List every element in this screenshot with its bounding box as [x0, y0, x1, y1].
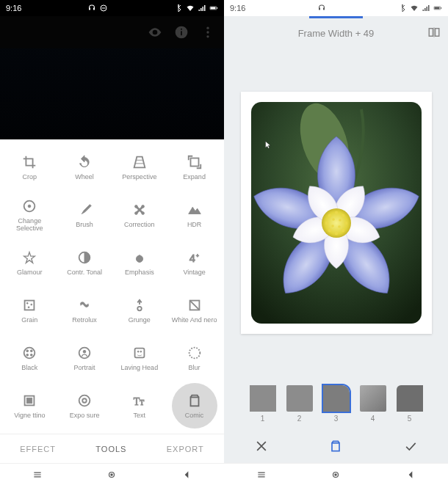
thumb-5[interactable]: 5 — [397, 385, 423, 423]
svg-point-39 — [82, 399, 87, 404]
photo[interactable] — [251, 102, 422, 324]
exposure-icon — [76, 393, 93, 409]
frame-icon[interactable] — [328, 439, 343, 453]
svg-point-15 — [134, 211, 137, 214]
tools-grid: Crop Wheel Perspective Expand Change Sel… — [0, 139, 224, 434]
nav-home-icon[interactable] — [330, 470, 341, 480]
headphone-icon — [87, 4, 96, 12]
svg-point-38 — [79, 395, 90, 406]
svg-point-25 — [24, 348, 35, 359]
tool-vintage[interactable]: 4+ Vintage — [167, 239, 221, 285]
svg-point-12 — [29, 205, 32, 208]
status-icons-right — [174, 4, 218, 12]
tool-bw[interactable]: White And nero — [167, 288, 221, 334]
thumb-3[interactable]: 3 — [323, 385, 350, 423]
svg-point-14 — [142, 205, 145, 208]
svg-point-53 — [341, 214, 344, 217]
head-icon — [131, 345, 148, 361]
nav-back-icon[interactable] — [181, 470, 192, 480]
tab-export[interactable]: EXPORT — [167, 445, 204, 453]
tool-black[interactable]: Black — [3, 335, 57, 382]
check-icon[interactable] — [403, 439, 418, 453]
tool-comic[interactable]: Comic — [172, 383, 217, 429]
nav-home-icon[interactable] — [106, 470, 117, 480]
tool-glamour[interactable]: Glamour — [3, 239, 57, 285]
svg-point-59 — [328, 214, 330, 217]
svg-point-22 — [31, 304, 32, 305]
tonal-icon — [76, 249, 93, 266]
tool-selective[interactable]: Change Selective — [3, 192, 57, 238]
svg-rect-32 — [134, 349, 144, 358]
status-icons — [87, 4, 108, 12]
svg-point-31 — [83, 351, 86, 354]
info-icon[interactable] — [174, 25, 189, 40]
tool-crop[interactable]: Crop — [3, 144, 57, 190]
thumb-4[interactable]: 4 — [360, 385, 386, 423]
top-toolbar — [0, 16, 224, 48]
svg-point-63 — [332, 218, 335, 221]
compare-icon — [427, 26, 441, 39]
black-icon — [21, 345, 37, 361]
tool-vignette[interactable]: Vigne ttino — [3, 383, 57, 429]
brush-icon — [76, 202, 93, 218]
tool-grain[interactable]: Grain — [3, 288, 57, 334]
thumb-2[interactable]: 2 — [286, 385, 313, 423]
nav-back-icon[interactable] — [405, 470, 416, 480]
tool-retrolux[interactable]: Retrolux — [58, 288, 112, 334]
tools-panel: Crop Wheel Perspective Expand Change Sel… — [0, 139, 224, 463]
svg-text:+: + — [195, 252, 198, 259]
svg-rect-64 — [332, 443, 339, 451]
svg-rect-20 — [25, 301, 35, 310]
tool-emphasis[interactable]: Emphasis — [113, 239, 167, 285]
tool-perspective[interactable]: Perspective — [113, 144, 167, 190]
frame-title-bar: Frame Width + 49 — [224, 18, 448, 48]
svg-point-54 — [344, 222, 347, 225]
svg-point-43 — [111, 473, 114, 476]
svg-point-7 — [206, 27, 209, 29]
perspective-icon — [131, 154, 148, 170]
tool-head[interactable]: Laving Head — [113, 335, 167, 382]
tool-hdr[interactable]: HDR — [167, 192, 221, 238]
svg-point-29 — [31, 354, 33, 357]
tab-effect[interactable]: EFFECT — [20, 445, 56, 453]
tool-expand[interactable]: Expand — [167, 144, 221, 190]
svg-point-21 — [27, 302, 29, 304]
wifi-icon — [410, 4, 419, 12]
tool-exposure[interactable]: Expo sure — [58, 383, 112, 429]
tool-blur[interactable]: Blur — [167, 335, 221, 382]
cursor-icon — [264, 140, 273, 149]
nav-menu-icon[interactable] — [256, 470, 267, 480]
svg-rect-46 — [434, 7, 439, 10]
tool-portrait[interactable]: Portrait — [58, 335, 112, 382]
svg-text:Tт: Tт — [134, 396, 144, 407]
svg-point-55 — [341, 229, 344, 232]
clock: 9:16 — [6, 4, 21, 12]
svg-rect-2 — [217, 7, 217, 9]
tab-tools[interactable]: TOOLS — [95, 445, 126, 453]
android-nav-right — [224, 463, 448, 485]
portrait-icon — [76, 345, 93, 361]
tool-text[interactable]: Tт Text — [113, 383, 167, 429]
svg-point-16 — [142, 211, 145, 214]
tool-brush[interactable]: Brush — [58, 192, 112, 238]
thumb-1[interactable]: 1 — [250, 385, 276, 423]
tool-rotate[interactable]: Wheel — [58, 144, 112, 190]
eye-icon[interactable] — [148, 25, 162, 40]
tool-tonal[interactable]: Contr. Tonal — [58, 239, 112, 285]
left-screen: 9:16 Crop Wheel — [0, 0, 224, 485]
bottom-tabs: EFFECT TOOLS EXPORT — [0, 434, 224, 463]
tool-correction[interactable]: Correction — [113, 192, 167, 238]
svg-point-23 — [29, 307, 30, 308]
more-icon[interactable] — [200, 25, 215, 40]
svg-rect-47 — [429, 28, 433, 36]
clock: 9:16 — [230, 4, 245, 12]
compare-button[interactable] — [427, 26, 441, 41]
photo-preview-dim — [0, 48, 224, 139]
close-icon[interactable] — [254, 439, 269, 453]
expand-icon — [187, 154, 203, 170]
battery-icon — [209, 4, 218, 12]
tool-grunge[interactable]: Grunge — [113, 288, 167, 334]
android-nav — [0, 463, 224, 485]
nav-menu-icon[interactable] — [32, 470, 43, 480]
svg-rect-45 — [441, 7, 441, 9]
